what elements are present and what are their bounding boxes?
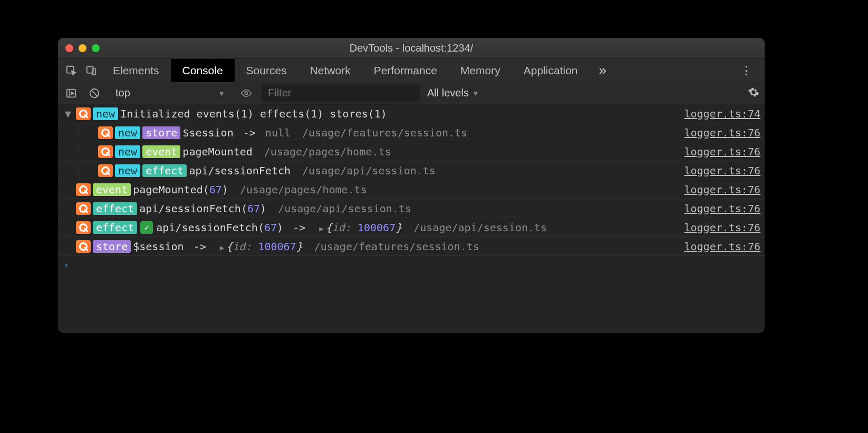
log-levels-select[interactable]: All levels ▼ [427,87,479,99]
console-row[interactable]: event pageMounted(67)/usage/pages/home.t… [58,180,765,199]
log-path: /usage/features/session.ts [314,240,479,253]
tab-application[interactable]: Application [512,59,590,82]
log-message: api/sessionFetch(67) [139,202,266,215]
tab-sources[interactable]: Sources [235,59,298,82]
svg-point-5 [245,92,248,95]
tab-network[interactable]: Network [298,59,362,82]
tab-elements[interactable]: Elements [101,59,171,82]
badge-new: new [115,126,140,139]
badge-new: new [115,145,140,158]
inspect-icon[interactable] [61,59,81,82]
chevron-down-icon: ▼ [472,89,479,97]
console-row[interactable]: store $session -> ▶{id: 100067}/usage/fe… [58,237,765,256]
devtools-window: DevTools - localhost:1234/ ElementsConso… [58,38,765,333]
panel-tabstrip: ElementsConsoleSourcesNetworkPerformance… [58,59,765,82]
log-message: api/sessionFetch [189,164,291,177]
pin-icon [76,202,91,215]
badge-event: event [142,145,180,158]
console-row[interactable]: effect✓ api/sessionFetch(67) -> ▶{id: 10… [58,218,765,237]
pin-icon [76,183,91,196]
badge-store: store [93,240,131,253]
log-message: Initialized events(1) effects(1) stores(… [120,107,387,120]
log-message: $session -> null [182,126,291,139]
window-title: DevTools - localhost:1234/ [58,42,765,54]
execution-context-select[interactable]: top ▼ [110,85,231,101]
badge-effect: effect [142,164,187,177]
source-link[interactable]: logger.ts:74 [684,107,761,120]
source-link[interactable]: logger.ts:76 [684,126,761,139]
badge-new: new [115,164,140,177]
source-link[interactable]: logger.ts:76 [684,145,761,158]
toggle-sidebar-icon[interactable] [63,85,79,101]
log-message: $session -> ▶{id: 100067} [133,240,302,253]
log-path: /usage/pages/home.ts [264,145,391,158]
context-label: top [115,87,130,99]
console-row[interactable]: newevent pageMounted/usage/pages/home.ts… [58,142,765,161]
console-row[interactable]: newstore $session -> null/usage/features… [58,123,765,142]
badge-event: event [93,183,131,196]
log-message: pageMounted [182,145,252,158]
check-icon: ✓ [140,221,153,234]
log-path: /usage/api/session.ts [413,221,547,234]
badge-new: new [93,107,118,120]
console-output[interactable]: ▼new Initialized events(1) effects(1) st… [58,104,765,333]
console-prompt[interactable]: › [58,256,765,273]
device-toggle-icon[interactable] [81,59,101,82]
console-row[interactable]: ▼new Initialized events(1) effects(1) st… [58,104,765,123]
pin-icon [76,107,91,120]
chevron-down-icon: ▼ [218,89,225,97]
pin-icon [76,221,91,234]
source-link[interactable]: logger.ts:76 [684,183,761,196]
log-message: pageMounted(67) [133,183,228,196]
source-link[interactable]: logger.ts:76 [684,240,761,253]
tab-memory[interactable]: Memory [449,59,512,82]
pin-icon [98,145,113,158]
badge-effect: effect [93,202,137,215]
log-path: /usage/api/session.ts [302,164,436,177]
clear-console-icon[interactable] [86,85,102,101]
log-path: /usage/api/session.ts [278,202,411,215]
console-row[interactable]: neweffect api/sessionFetch/usage/api/ses… [58,161,765,180]
console-settings-icon[interactable] [748,86,759,100]
console-toolbar: top ▼ All levels ▼ [58,82,765,104]
pin-icon [98,126,113,139]
live-expression-icon[interactable] [238,85,254,101]
badge-effect: effect [93,221,137,234]
pin-icon [98,164,113,177]
tab-console[interactable]: Console [171,59,235,82]
titlebar: DevTools - localhost:1234/ [58,38,765,59]
source-link[interactable]: logger.ts:76 [684,221,761,234]
console-row[interactable]: effect api/sessionFetch(67)/usage/api/se… [58,199,765,218]
more-tabs-button[interactable]: » [593,59,611,82]
log-message: api/sessionFetch(67) -> ▶{id: 100067} [156,221,402,234]
settings-kebab-icon[interactable]: ⋮ [732,59,761,82]
disclosure-triangle-icon[interactable]: ▼ [60,107,76,120]
filter-input[interactable] [262,85,420,102]
log-path: /usage/pages/home.ts [240,183,367,196]
source-link[interactable]: logger.ts:76 [684,164,761,177]
source-link[interactable]: logger.ts:76 [684,202,761,215]
pin-icon [76,240,91,253]
levels-label: All levels [427,87,469,99]
log-path: /usage/features/session.ts [302,126,467,139]
tab-performance[interactable]: Performance [362,59,449,82]
badge-store: store [142,126,180,139]
